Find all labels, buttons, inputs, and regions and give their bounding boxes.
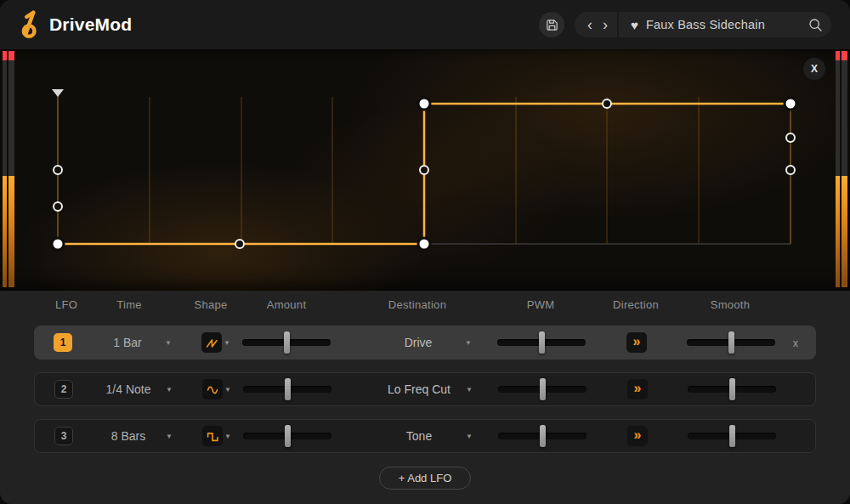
shape-select[interactable]	[202, 426, 223, 446]
shape-select[interactable]	[201, 332, 222, 353]
chevron-down-icon[interactable]: ▼	[464, 386, 474, 394]
chevron-down-icon[interactable]: ▼	[222, 339, 232, 347]
slider-handle[interactable]	[540, 378, 546, 400]
pwm-slider[interactable]	[498, 386, 586, 393]
chevron-down-icon[interactable]: ▼	[223, 386, 233, 394]
chevron-down-icon[interactable]: ▼	[223, 433, 233, 440]
header-amount: Amount	[235, 298, 337, 311]
chevron-down-icon[interactable]: ▼	[464, 433, 474, 440]
lfo-row-2[interactable]: 2 1/4 Note ▼ ▼ Lo Freq Cut ▼ »	[34, 372, 816, 406]
level-meter-right	[836, 51, 847, 287]
lfo-table-panel: LFO Time Shape Amount Destination PWM Di…	[0, 291, 850, 504]
drivemod-window: DriveMod ‹ › ♥ Faux Bass Sidechain	[0, 0, 850, 504]
destination-select[interactable]: Lo Freq Cut	[368, 382, 470, 396]
preset-field[interactable]: ♥ Faux Bass Sidechain	[619, 12, 831, 37]
preset-nav: ‹ ›	[575, 12, 617, 37]
amount-slider[interactable]	[243, 386, 332, 393]
header-smooth: Smooth	[679, 298, 781, 311]
time-select[interactable]: 1 Bar	[81, 336, 174, 349]
level-meter-left	[3, 51, 14, 287]
header-pwm: PWM	[490, 298, 592, 311]
slider-handle[interactable]	[729, 425, 735, 447]
destination-select[interactable]: Tone	[368, 429, 470, 443]
slider-handle[interactable]	[729, 378, 735, 400]
time-select[interactable]: 1/4 Note	[82, 382, 175, 396]
slider-handle[interactable]	[285, 425, 291, 447]
lfo-waveform-editor[interactable]	[20, 49, 830, 291]
heart-icon[interactable]: ♥	[631, 18, 638, 32]
direction-button[interactable]: »	[626, 332, 647, 353]
remove-lfo-button[interactable]: x	[785, 337, 806, 349]
app-title: DriveMod	[49, 14, 132, 35]
search-icon[interactable]	[808, 18, 823, 32]
table-header: LFO Time Shape Amount Destination PWM Di…	[34, 298, 816, 317]
preset-name: Faux Bass Sidechain	[646, 18, 808, 31]
lfo-number-badge[interactable]: 2	[54, 380, 73, 399]
time-select[interactable]: 8 Bars	[82, 429, 175, 443]
slider-handle[interactable]	[284, 331, 290, 354]
slider-handle[interactable]	[285, 378, 291, 400]
next-preset-button[interactable]: ›	[598, 14, 612, 36]
pwm-slider[interactable]	[498, 433, 586, 439]
amount-slider[interactable]	[243, 433, 332, 439]
top-bar: DriveMod ‹ › ♥ Faux Bass Sidechain	[0, 0, 850, 49]
square-wave-icon	[205, 428, 220, 444]
shape-select[interactable]	[202, 379, 223, 399]
header-destination: Destination	[366, 298, 468, 311]
sawtooth-wave-icon	[204, 335, 219, 350]
add-lfo-button[interactable]: + Add LFO	[379, 467, 472, 490]
save-icon	[546, 19, 558, 31]
chevron-down-icon[interactable]: ▼	[164, 433, 174, 440]
smooth-slider[interactable]	[688, 386, 776, 393]
slider-handle[interactable]	[728, 331, 734, 354]
chevron-down-icon[interactable]: ▼	[163, 339, 173, 347]
drivemod-logo-icon	[17, 9, 42, 40]
smooth-slider[interactable]	[687, 339, 775, 346]
lfo-number-badge[interactable]: 3	[54, 427, 73, 445]
smooth-slider[interactable]	[688, 433, 776, 439]
lfo-editor-panel: X	[0, 49, 850, 291]
lfo-row-1[interactable]: 1 1 Bar ▼ ▼ Drive ▼ » x	[34, 326, 816, 360]
prev-preset-button[interactable]: ‹	[583, 14, 597, 36]
save-preset-button[interactable]	[539, 12, 564, 37]
direction-button[interactable]: »	[627, 426, 648, 446]
slider-handle[interactable]	[540, 425, 546, 447]
destination-select[interactable]: Drive	[367, 336, 469, 349]
lfo-row-3[interactable]: 3 8 Bars ▼ ▼ Tone ▼ »	[34, 419, 816, 453]
slider-handle[interactable]	[539, 331, 545, 354]
chevron-down-icon[interactable]: ▼	[164, 386, 174, 394]
direction-button[interactable]: »	[627, 379, 648, 399]
header-direction: Direction	[585, 298, 687, 311]
chevron-down-icon[interactable]: ▼	[463, 339, 473, 347]
sine-wave-icon	[205, 382, 220, 397]
lfo-number-badge[interactable]: 1	[54, 333, 72, 352]
close-editor-button[interactable]: X	[803, 58, 825, 80]
pwm-slider[interactable]	[497, 339, 586, 346]
amount-slider[interactable]	[242, 339, 331, 346]
